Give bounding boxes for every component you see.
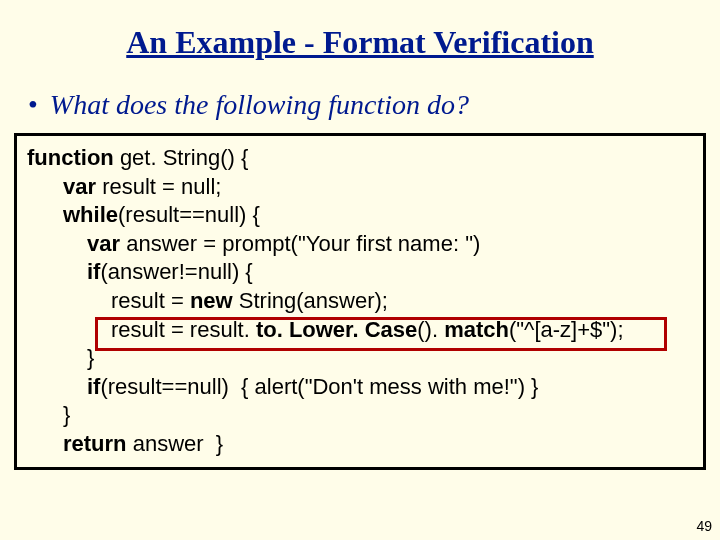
- bullet-marker: •: [28, 89, 38, 121]
- code-line: result = new String(answer);: [27, 287, 693, 316]
- code-line: result = result. to. Lower. Case(). matc…: [27, 316, 693, 345]
- page-number: 49: [696, 518, 712, 534]
- slide-title: An Example - Format Verification: [0, 0, 720, 61]
- code-line: if(result==null) { alert("Don't mess wit…: [27, 373, 693, 402]
- code-block: function get. String() { var result = nu…: [14, 133, 706, 470]
- code-line: var result = null;: [27, 173, 693, 202]
- code-line: }: [27, 344, 693, 373]
- code-line: }: [27, 401, 693, 430]
- code-line: while(result==null) {: [27, 201, 693, 230]
- code-line: var answer = prompt("Your first name: "): [27, 230, 693, 259]
- code-line: if(answer!=null) {: [27, 258, 693, 287]
- bullet-item: • What does the following function do?: [0, 61, 720, 133]
- code-line: return answer }: [27, 430, 693, 459]
- bullet-text: What does the following function do?: [50, 89, 469, 121]
- code-line: function get. String() {: [27, 144, 693, 173]
